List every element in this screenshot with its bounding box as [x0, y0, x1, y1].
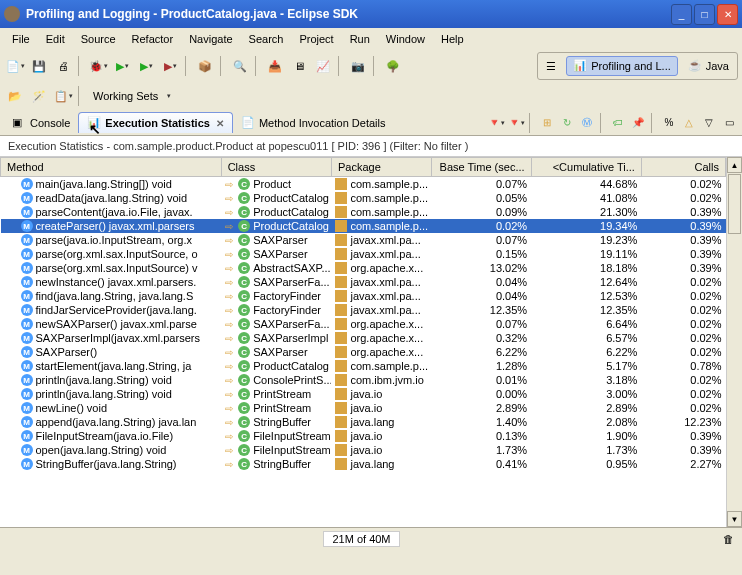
run-button[interactable]: ▶▾ — [111, 55, 133, 77]
filter-button[interactable]: 🔻▾ — [487, 114, 505, 132]
column-class[interactable]: Class — [221, 158, 331, 177]
print-button[interactable]: 🖨 — [52, 55, 74, 77]
table-row[interactable]: MSAXParser()⇨CSAXParserorg.apache.x...6.… — [1, 345, 726, 359]
menu-run[interactable]: Run — [342, 31, 378, 47]
table-row[interactable]: MFileInputStream(java.io.File)⇨CFileInpu… — [1, 429, 726, 443]
open-perspective-button[interactable]: ☰ — [540, 55, 562, 77]
class-name: PrintStream — [253, 388, 311, 400]
menu-project[interactable]: Project — [291, 31, 341, 47]
chevron-down-icon[interactable]: ▾ — [167, 92, 171, 100]
link-icon: ⇨ — [225, 221, 235, 231]
class-name: FactoryFinder — [253, 304, 321, 316]
close-icon[interactable]: ✕ — [216, 118, 224, 129]
package-icon — [335, 304, 347, 316]
method-view-button[interactable]: Ⓜ — [578, 114, 596, 132]
table-row[interactable]: MparseContent(java.io.File, javax.⇨CProd… — [1, 205, 726, 219]
package-name: javax.xml.pa... — [350, 290, 420, 302]
column-cumulative-time[interactable]: <Cumulative Ti... — [531, 158, 641, 177]
package-icon — [335, 178, 347, 190]
menu-navigate[interactable]: Navigate — [181, 31, 240, 47]
graph-button[interactable]: 📈 — [312, 55, 334, 77]
calls-value: 0.02% — [641, 373, 725, 387]
trash-icon[interactable]: 🗑 — [723, 533, 734, 545]
new-button[interactable]: 📄▾ — [4, 55, 26, 77]
menu-window[interactable]: Window — [378, 31, 433, 47]
table-row[interactable]: Mmain(java.lang.String[]) void⇨CProductc… — [1, 177, 726, 192]
profile-button[interactable]: ▶▾ — [135, 55, 157, 77]
table-row[interactable]: Mprintln(java.lang.String) void⇨CPrintSt… — [1, 387, 726, 401]
table-row[interactable]: MreadData(java.lang.String) void⇨CProduc… — [1, 191, 726, 205]
menu-file[interactable]: File — [4, 31, 38, 47]
maximize-button[interactable]: □ — [694, 4, 715, 25]
package-icon — [335, 388, 347, 400]
open-button[interactable]: 📂 — [4, 85, 26, 107]
method-name: newLine() void — [36, 402, 108, 414]
screenshot-button[interactable]: 📷 — [347, 55, 369, 77]
menu-edit[interactable]: Edit — [38, 31, 73, 47]
open-type-button[interactable]: 🔍 — [229, 55, 251, 77]
menu-source[interactable]: Source — [73, 31, 124, 47]
tree-button[interactable]: 🌳 — [382, 55, 404, 77]
table-row[interactable]: Mprintln(java.lang.String) void⇨CConsole… — [1, 373, 726, 387]
close-button[interactable]: ✕ — [717, 4, 738, 25]
table-row[interactable]: Mfind(java.lang.String, java.lang.S⇨CFac… — [1, 289, 726, 303]
table-row[interactable]: Mparse(org.xml.sax.InputSource) v⇨CAbstr… — [1, 261, 726, 275]
package-icon — [335, 332, 347, 344]
minimize-view-button[interactable]: ▭ — [720, 114, 738, 132]
table-row[interactable]: Mparse(java.io.InputStream, org.x⇨CSAXPa… — [1, 233, 726, 247]
column-package[interactable]: Package — [331, 158, 431, 177]
list-button[interactable]: 📋▾ — [52, 85, 74, 107]
table-row[interactable]: Mappend(java.lang.String) java.lan⇨CStri… — [1, 415, 726, 429]
menu-help[interactable]: Help — [433, 31, 472, 47]
pin-button[interactable]: 📌 — [629, 114, 647, 132]
class-name: SAXParserFa... — [253, 318, 329, 330]
table-row[interactable]: MSAXParserImpl(javax.xml.parsers⇨CSAXPar… — [1, 331, 726, 345]
table-row[interactable]: MnewInstance() javax.xml.parsers.⇨CSAXPa… — [1, 275, 726, 289]
debug-button[interactable]: 🐞▾ — [87, 55, 109, 77]
tab-execution-statistics[interactable]: 📊 Execution Statistics ✕ ↖ — [78, 112, 233, 133]
method-name: findJarServiceProvider(java.lang. — [36, 304, 197, 316]
tag-button[interactable]: 🏷 — [609, 114, 627, 132]
table-row[interactable]: Mopen(java.lang.String) void⇨CFileInputS… — [1, 443, 726, 457]
table-row[interactable]: MnewLine() void⇨CPrintStreamjava.io2.89%… — [1, 401, 726, 415]
tab-console[interactable]: ▣ Console — [4, 113, 78, 133]
perspective-java[interactable]: ☕ Java — [682, 57, 735, 75]
minimize-button[interactable]: _ — [671, 4, 692, 25]
delta-button[interactable]: △ — [680, 114, 698, 132]
working-sets-label[interactable]: Working Sets — [87, 88, 164, 104]
vertical-scrollbar[interactable]: ▲ ▼ — [726, 157, 742, 527]
column-base-time[interactable]: Base Time (sec... — [431, 158, 531, 177]
import-button[interactable]: 📥 — [264, 55, 286, 77]
save-button[interactable]: 💾 — [28, 55, 50, 77]
class-name: ProductCatalog — [253, 206, 329, 218]
scroll-down-button[interactable]: ▼ — [727, 511, 742, 527]
scroll-track[interactable] — [727, 235, 742, 511]
base-time-value: 0.09% — [431, 205, 531, 219]
monitor-button[interactable]: 🖥 — [288, 55, 310, 77]
percent-button[interactable]: % — [660, 114, 678, 132]
refresh-button[interactable]: ↻ — [558, 114, 576, 132]
cumulative-time-value: 1.73% — [531, 443, 641, 457]
external-tools-button[interactable]: ▶▾ — [159, 55, 181, 77]
perspective-profiling[interactable]: 📊 Profiling and L... — [566, 56, 678, 76]
new-package-button[interactable]: 📦 — [194, 55, 216, 77]
menu-search[interactable]: Search — [241, 31, 292, 47]
table-row[interactable]: MnewSAXParser() javax.xml.parse⇨CSAXPars… — [1, 317, 726, 331]
table-row[interactable]: McreateParser() javax.xml.parsers⇨CProdu… — [1, 219, 726, 233]
scroll-thumb[interactable] — [728, 174, 741, 234]
table-row[interactable]: MfindJarServiceProvider(java.lang.⇨CFact… — [1, 303, 726, 317]
package-name: org.apache.x... — [350, 332, 423, 344]
home-button[interactable]: ⊞ — [538, 114, 556, 132]
column-method[interactable]: Method — [1, 158, 222, 177]
tab-method-invocation[interactable]: 📄 Method Invocation Details — [233, 113, 394, 133]
menu-refactor[interactable]: Refactor — [124, 31, 182, 47]
table-row[interactable]: Mparse(org.xml.sax.InputSource, o⇨CSAXPa… — [1, 247, 726, 261]
table-row[interactable]: MstartElement(java.lang.String, ja⇨CProd… — [1, 359, 726, 373]
class-name: SAXParser — [253, 234, 307, 246]
scroll-up-button[interactable]: ▲ — [727, 157, 742, 173]
filter2-button[interactable]: 🔻▾ — [507, 114, 525, 132]
table-row[interactable]: MStringBuffer(java.lang.String)⇨CStringB… — [1, 457, 726, 471]
column-calls[interactable]: Calls — [641, 158, 725, 177]
wand-button[interactable]: 🪄 — [28, 85, 50, 107]
menu-button[interactable]: ▽ — [700, 114, 718, 132]
